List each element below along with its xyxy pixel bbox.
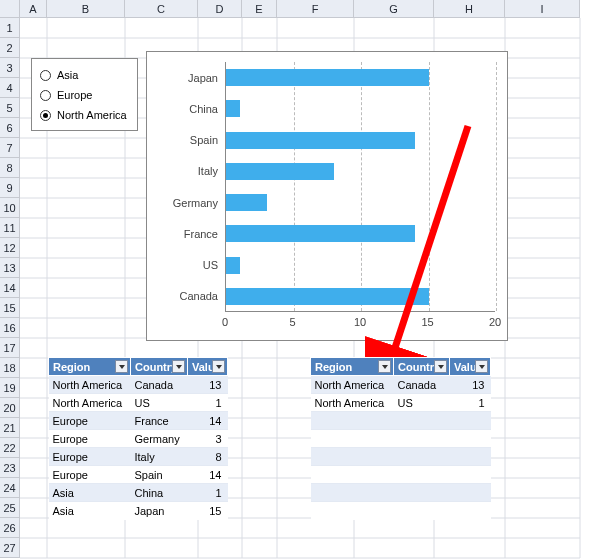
column-header-B[interactable]: B [47,0,125,18]
bar-label: China [148,103,218,115]
column-headers: ABCDEFGHI [20,0,580,18]
chart-gridline [294,62,295,311]
filtered-data-table[interactable]: RegionCountryValueNorth AmericaCanada13N… [310,357,491,520]
cell-empty [311,430,394,448]
column-header-I[interactable]: I [505,0,580,18]
table-row[interactable]: EuropeSpain14 [49,466,228,484]
filter-dropdown-icon[interactable] [115,360,128,373]
row-header-23[interactable]: 23 [0,458,20,478]
filter-dropdown-icon[interactable] [475,360,488,373]
row-header-17[interactable]: 17 [0,338,20,358]
col-header-value[interactable]: Value [450,358,491,376]
col-header-country[interactable]: Country [394,358,450,376]
col-header-label: Region [53,361,90,373]
row-header-12[interactable]: 12 [0,238,20,258]
filter-dropdown-icon[interactable] [212,360,225,373]
cell: Japan [131,502,188,520]
filter-dropdown-icon[interactable] [378,360,391,373]
region-option-box: AsiaEuropeNorth America [31,58,138,131]
cell: 1 [188,394,228,412]
column-header-F[interactable]: F [277,0,354,18]
cell: North America [49,376,131,394]
table-row[interactable]: AsiaChina1 [49,484,228,502]
col-header-region[interactable]: Region [311,358,394,376]
option-asia[interactable]: Asia [40,65,129,85]
row-header-21[interactable]: 21 [0,418,20,438]
col-header-value[interactable]: Value [188,358,228,376]
table-row[interactable]: North AmericaCanada13 [311,376,491,394]
column-header-D[interactable]: D [198,0,242,18]
bar-label: Canada [148,290,218,302]
cell-empty [394,412,450,430]
col-header-region[interactable]: Region [49,358,131,376]
cell-empty [450,448,491,466]
option-north-america[interactable]: North America [40,105,129,125]
row-header-1[interactable]: 1 [0,18,20,38]
table-row[interactable]: EuropeGermany3 [49,430,228,448]
country-bar-chart[interactable]: JapanChinaSpainItalyGermanyFranceUSCanad… [146,51,508,341]
bar-us: US [226,257,240,274]
cell: North America [311,376,394,394]
row-header-18[interactable]: 18 [0,358,20,378]
table-row[interactable]: North AmericaCanada13 [49,376,228,394]
cell: US [394,394,450,412]
bar-fill [226,194,267,211]
row-header-19[interactable]: 19 [0,378,20,398]
row-header-22[interactable]: 22 [0,438,20,458]
chart-gridline [496,62,497,311]
bar-germany: Germany [226,194,267,211]
row-header-25[interactable]: 25 [0,498,20,518]
row-header-6[interactable]: 6 [0,118,20,138]
column-header-H[interactable]: H [434,0,505,18]
row-header-15[interactable]: 15 [0,298,20,318]
table-row-empty [311,412,491,430]
bar-italy: Italy [226,163,334,180]
column-header-A[interactable]: A [20,0,47,18]
row-header-20[interactable]: 20 [0,398,20,418]
cell: Asia [49,502,131,520]
row-header-14[interactable]: 14 [0,278,20,298]
bar-japan: Japan [226,69,429,86]
col-header-country[interactable]: Country [131,358,188,376]
row-header-7[interactable]: 7 [0,138,20,158]
worksheet-area[interactable]: AsiaEuropeNorth America JapanChinaSpainI… [20,18,589,559]
row-header-27[interactable]: 27 [0,538,20,558]
bar-fill [226,225,415,242]
row-header-24[interactable]: 24 [0,478,20,498]
row-header-4[interactable]: 4 [0,78,20,98]
cell-empty [450,466,491,484]
bar-fill [226,69,429,86]
row-header-8[interactable]: 8 [0,158,20,178]
table-row[interactable]: AsiaJapan15 [49,502,228,520]
column-header-C[interactable]: C [125,0,198,18]
table-row[interactable]: North AmericaUS1 [49,394,228,412]
row-header-13[interactable]: 13 [0,258,20,278]
row-header-9[interactable]: 9 [0,178,20,198]
filter-dropdown-icon[interactable] [434,360,447,373]
row-header-2[interactable]: 2 [0,38,20,58]
radio-icon [40,110,51,121]
cell-empty [394,448,450,466]
row-header-26[interactable]: 26 [0,518,20,538]
cell: Europe [49,466,131,484]
row-header-16[interactable]: 16 [0,318,20,338]
column-header-E[interactable]: E [242,0,277,18]
row-header-3[interactable]: 3 [0,58,20,78]
column-header-G[interactable]: G [354,0,434,18]
option-europe[interactable]: Europe [40,85,129,105]
cell: Canada [394,376,450,394]
row-header-10[interactable]: 10 [0,198,20,218]
filter-dropdown-icon[interactable] [172,360,185,373]
cell-empty [450,484,491,502]
table-row[interactable]: North AmericaUS1 [311,394,491,412]
table-row[interactable]: EuropeFrance14 [49,412,228,430]
cell: North America [311,394,394,412]
bar-label: France [148,228,218,240]
table-row[interactable]: EuropeItaly8 [49,448,228,466]
cell-empty [394,484,450,502]
select-all-corner[interactable] [0,0,20,18]
full-data-table[interactable]: RegionCountryValueNorth AmericaCanada13N… [48,357,228,520]
row-header-11[interactable]: 11 [0,218,20,238]
table-row-empty [311,466,491,484]
row-header-5[interactable]: 5 [0,98,20,118]
